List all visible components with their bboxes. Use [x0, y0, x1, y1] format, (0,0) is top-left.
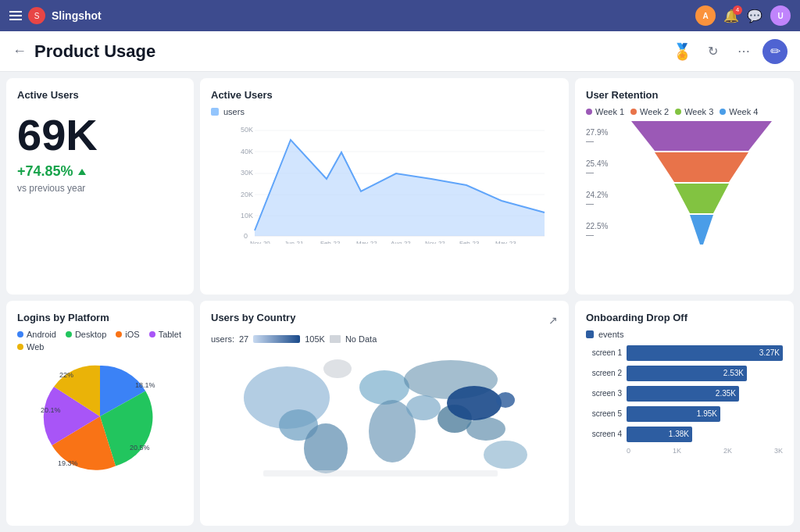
map-header: Users by Country ↗ [211, 312, 558, 330]
user-retention-card: User Retention Week 1 Week 2 Week 3 Week… [575, 78, 794, 295]
bar-label: screen 4 [586, 430, 622, 438]
chat-icon[interactable]: 💬 [747, 9, 762, 23]
nav-avatar-1[interactable]: A [695, 5, 716, 26]
funnel-svg-container [620, 121, 783, 246]
bar-row: screen 41.38K [586, 427, 783, 442]
map-title: Users by Country [211, 312, 295, 323]
onboarding-legend: events [586, 330, 783, 339]
funnel-y-labels: 27.9% — 25.4% — 24.2% — 22.5% — [586, 121, 614, 246]
navbar-left: S Slingshot [9, 7, 688, 24]
svg-text:Feb-23: Feb-23 [459, 240, 480, 244]
svg-text:19.3%: 19.3% [58, 459, 78, 467]
svg-text:30K: 30K [241, 169, 253, 177]
no-data-label: No Data [345, 334, 377, 344]
svg-text:May-23: May-23 [495, 240, 516, 244]
platform-card: Logins by Platform Android Desktop iOS T… [6, 301, 194, 527]
svg-marker-22 [655, 152, 748, 182]
svg-text:22%: 22% [59, 371, 73, 379]
bar-row: screen 32.35K [586, 386, 783, 402]
header-actions: ↻ ⋯ ✏ [700, 39, 788, 64]
legend-desktop: Desktop [66, 330, 106, 339]
chart-legend-label: users [223, 107, 245, 116]
nav-avatar-user[interactable]: U [770, 5, 791, 26]
notification-badge: 4 [733, 5, 742, 15]
chart-legend: users [211, 107, 558, 116]
active-users-chart-card: Active Users users 50K 40K 30K 20K 10K 0 [200, 78, 569, 295]
svg-text:Jun-21: Jun-21 [284, 240, 304, 244]
bar-track: 1.38K [627, 427, 783, 442]
brand-name: Slingshot [52, 9, 102, 22]
bar-axis: 0 1K 2K 3K [586, 447, 783, 455]
back-button[interactable]: ← [12, 43, 27, 59]
svg-text:Nov-20: Nov-20 [250, 240, 270, 244]
trend-up-icon [78, 169, 86, 175]
dashboard: Active Users 69K +74.85% vs previous yea… [0, 72, 800, 532]
pie-chart-container: 18.1% 20.5% 19.3% 20.1% 22% [17, 358, 183, 475]
map-range-label: users: [211, 334, 234, 344]
kpi-value: 69K [17, 113, 183, 157]
map-min: 27 [239, 334, 248, 344]
svg-rect-44 [216, 347, 552, 480]
platform-title: Logins by Platform [17, 312, 183, 323]
svg-text:20.5%: 20.5% [130, 444, 150, 452]
legend-web: Web [17, 342, 44, 352]
award-icon: 🏅 [673, 42, 692, 61]
svg-marker-23 [674, 184, 729, 213]
onboarding-title: Onboarding Drop Off [586, 312, 783, 323]
funnel-chart-area: 27.9% — 25.4% — 24.2% — 22.5% — [586, 121, 783, 246]
onboarding-bar-chart: screen 13.27Kscreen 22.53Kscreen 32.35Ks… [586, 345, 783, 442]
navbar-right: A 🔔 4 💬 U [695, 5, 791, 26]
notifications-icon[interactable]: 🔔 4 [723, 9, 739, 23]
bar-fill: 2.53K [627, 366, 747, 381]
edit-button[interactable]: ✏ [762, 39, 788, 64]
map-range: users: 27 105K No Data [211, 334, 558, 344]
bar-label: screen 5 [586, 409, 622, 418]
kpi-card-title: Active Users [17, 89, 183, 101]
map-max: 105K [305, 334, 325, 344]
chart-legend-color [211, 108, 219, 116]
users-by-country-card: Users by Country ↗ users: 27 105K No Dat… [200, 301, 569, 527]
svg-text:0: 0 [244, 232, 248, 240]
bar-row: screen 13.27K [586, 345, 783, 361]
hamburger-menu[interactable] [9, 11, 22, 20]
external-link-icon[interactable]: ↗ [548, 314, 558, 327]
legend-week1: Week 1 [586, 107, 624, 116]
more-options-button[interactable]: ⋯ [731, 39, 756, 64]
legend-week2: Week 2 [630, 107, 669, 116]
platform-legend: Android Desktop iOS Tablet Web [17, 330, 183, 352]
bar-track: 1.95K [627, 406, 783, 422]
bar-row: screen 51.95K [586, 406, 783, 422]
bar-value: 1.95K [697, 409, 717, 418]
legend-week3: Week 3 [675, 107, 713, 116]
svg-text:20.1%: 20.1% [41, 406, 61, 414]
kpi-change: +74.85% [17, 163, 183, 180]
svg-text:50K: 50K [241, 126, 253, 134]
active-users-kpi-card: Active Users 69K +74.85% vs previous yea… [6, 78, 194, 295]
bar-row: screen 22.53K [586, 366, 783, 381]
refresh-button[interactable]: ↻ [700, 39, 725, 64]
legend-android: Android [17, 330, 56, 339]
svg-text:Feb-22: Feb-22 [320, 240, 341, 244]
bar-fill: 3.27K [627, 345, 783, 361]
page-header: ← Product Usage 🏅 ↻ ⋯ ✏ [0, 31, 800, 72]
world-map [211, 347, 558, 480]
svg-marker-12 [255, 140, 545, 236]
bar-value: 1.38K [669, 430, 689, 438]
bar-track: 2.35K [627, 386, 783, 402]
funnel-legend: Week 1 Week 2 Week 3 Week 4 [586, 107, 783, 116]
bar-fill: 1.38K [627, 427, 692, 442]
bar-track: 3.27K [627, 345, 783, 361]
legend-week4: Week 4 [720, 107, 758, 116]
svg-text:18.1%: 18.1% [135, 381, 155, 389]
legend-tablet: Tablet [149, 330, 181, 339]
retention-title: User Retention [586, 89, 783, 101]
bar-value: 2.35K [716, 389, 736, 398]
page-title: Product Usage [34, 41, 665, 62]
legend-ios: iOS [116, 330, 139, 339]
line-chart: 50K 40K 30K 20K 10K 0 Nov-20 Jun-21 [211, 123, 558, 248]
map-color-scale [253, 335, 300, 343]
kpi-change-label: vs previous year [17, 183, 183, 194]
svg-text:Nov-22: Nov-22 [425, 240, 445, 244]
svg-text:40K: 40K [241, 148, 253, 155]
svg-marker-21 [631, 121, 772, 151]
